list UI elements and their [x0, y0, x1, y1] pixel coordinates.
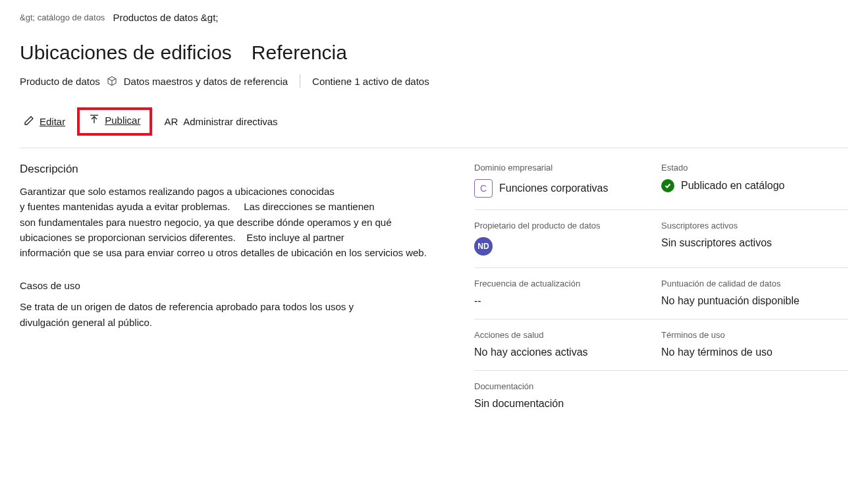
edit-button[interactable]: Editar	[20, 113, 69, 130]
prop-owner: Propietario del producto de datos ND	[474, 221, 661, 256]
use-cases-heading: Casos de uso	[20, 280, 448, 291]
prop-label: Estado	[661, 163, 848, 173]
description-line: ubicaciones se proporcionan servicios di…	[20, 230, 448, 245]
prop-label: Suscriptores activos	[661, 221, 848, 231]
prop-label: Términos de uso	[661, 330, 848, 340]
prop-docs: Documentación Sin documentación	[474, 381, 848, 410]
publish-label: Publicar	[105, 115, 140, 126]
use-cases-line: divulgación general al público.	[20, 315, 448, 330]
manage-policies-label: Administrar directivas	[183, 116, 277, 127]
properties-panel: Dominio empresarial C Funciones corporat…	[474, 163, 848, 432]
prop-value-text: --	[474, 295, 661, 307]
pencil-icon	[24, 115, 34, 128]
prop-business-domain: Dominio empresarial C Funciones corporat…	[474, 163, 661, 198]
prop-value-text: Sin suscriptores activos	[661, 237, 848, 249]
description-heading: Descripción	[20, 163, 448, 176]
action-bar: Editar Publicar AR Administrar directiva…	[20, 107, 848, 148]
prop-value-text: No hay puntuación disponible	[661, 295, 848, 307]
ar-badge: AR	[164, 116, 178, 127]
prop-value-text[interactable]: Funciones corporativas	[499, 182, 608, 194]
edit-label: Editar	[40, 116, 65, 127]
page-title-row: Ubicaciones de edificios Referencia	[20, 41, 848, 64]
publish-button[interactable]: Publicar	[85, 111, 144, 129]
use-cases-line: Se trata de un origen de datos de refere…	[20, 299, 448, 314]
reference-tag: Referencia	[252, 41, 347, 64]
prop-label: Puntuación de calidad de datos	[661, 279, 848, 288]
description-section: Descripción Garantizar que solo estamos …	[20, 163, 448, 260]
publish-icon	[89, 114, 99, 126]
prop-label: Dominio empresarial	[474, 163, 661, 173]
product-category: Datos maestros y datos de referencia	[124, 76, 288, 87]
subtitle-row: Producto de datos Datos maestros y datos…	[20, 74, 848, 88]
prop-health: Acciones de salud No hay acciones activa…	[474, 330, 661, 358]
prop-label: Propietario del producto de datos	[474, 221, 661, 231]
prop-status: Estado Publicado en catálogo	[661, 163, 848, 198]
prop-value-text: No hay acciones activas	[474, 346, 661, 358]
domain-badge-icon: C	[474, 179, 493, 198]
use-cases-section: Casos de uso Se trata de un origen de da…	[20, 280, 448, 330]
prop-value-text: Publicado en catálogo	[681, 180, 784, 192]
prop-value-text: Sin documentación	[474, 398, 848, 410]
description-line: son fundamentales para nuestro negocio, …	[20, 215, 448, 230]
publish-highlight: Publicar	[77, 107, 152, 136]
prop-value-text: No hay términos de uso	[661, 346, 848, 358]
description-line: información que se usa para enviar corre…	[20, 245, 448, 260]
divider	[300, 74, 300, 88]
manage-policies-button[interactable]: AR Administrar directivas	[160, 113, 281, 130]
description-line: Garantizar que solo estamos realizando p…	[20, 184, 448, 199]
cube-icon	[107, 76, 117, 86]
prop-subscribers: Suscriptores activos Sin suscriptores ac…	[661, 221, 848, 256]
prop-terms: Términos de uso No hay términos de uso	[661, 330, 848, 358]
prop-update-freq: Frecuencia de actualización --	[474, 279, 661, 307]
prop-label: Acciones de salud	[474, 330, 661, 340]
avatar[interactable]: ND	[474, 237, 493, 256]
asset-count: Contiene 1 activo de datos	[312, 76, 429, 87]
prop-label: Frecuencia de actualización	[474, 279, 661, 288]
breadcrumb-crumb-1[interactable]: &gt; catálogo de datos	[20, 13, 105, 22]
check-circle-icon	[661, 179, 674, 192]
prop-quality: Puntuación de calidad de datos No hay pu…	[661, 279, 848, 307]
description-line: y fuentes mantenidas ayuda a evitar prob…	[20, 199, 448, 214]
prop-label: Documentación	[474, 381, 848, 391]
breadcrumb: &gt; catálogo de datos Productos de dato…	[20, 12, 848, 23]
page-title: Ubicaciones de edificios	[20, 41, 232, 64]
product-type-label: Producto de datos	[20, 76, 100, 87]
breadcrumb-crumb-2[interactable]: Productos de datos &gt;	[113, 12, 218, 23]
